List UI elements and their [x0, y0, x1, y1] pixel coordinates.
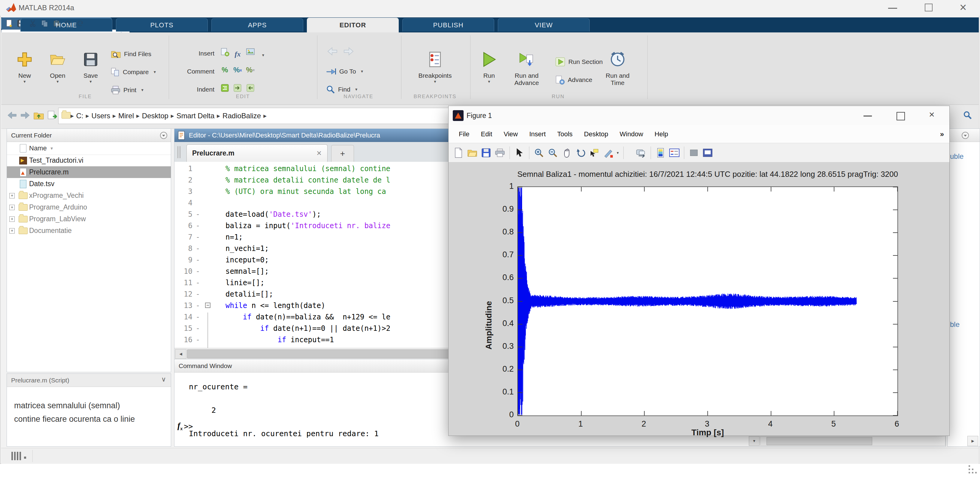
panel-menu-icon[interactable] — [961, 131, 969, 140]
ribbon-tab[interactable]: PLOTS — [116, 18, 208, 32]
scroll-down-icon[interactable]: ▼ — [749, 436, 760, 446]
up-folder-icon[interactable] — [33, 110, 45, 121]
ribbon-tab[interactable]: VIEW — [498, 18, 590, 32]
figure-minimize-button[interactable] — [864, 116, 872, 116]
file-row[interactable]: + Prelucrare.m — [7, 166, 171, 178]
close-tab-icon[interactable]: ✕ — [317, 149, 322, 157]
print-figure-icon[interactable] — [493, 146, 507, 160]
new-figure-icon[interactable] — [452, 146, 465, 160]
go-back-icon[interactable] — [326, 46, 339, 56]
forward-icon[interactable] — [19, 110, 30, 121]
file-row[interactable]: + Program_LabView — [7, 213, 171, 225]
file-row[interactable]: + xPrograme_Vechi — [7, 190, 171, 202]
command-window-hscrollbar[interactable] — [760, 436, 945, 446]
script-details-header[interactable]: Prelucrare.m (Script) ∨ — [7, 374, 171, 387]
insert-section-icon[interactable] — [220, 47, 230, 57]
expander[interactable]: + — [7, 228, 17, 234]
run-and-advance-button[interactable]: Run and Advance — [509, 47, 545, 86]
figure-plot-area[interactable]: Semnal Baliza1 - momentul achizitiei: 16… — [449, 162, 950, 436]
compare-button[interactable]: Compare ▼ — [111, 66, 156, 78]
comment-icon[interactable]: % — [220, 65, 230, 75]
pan-icon[interactable] — [560, 146, 573, 160]
browse-folder-icon[interactable] — [46, 110, 58, 121]
uncomment-icon[interactable]: %x — [232, 65, 243, 75]
run-section-button[interactable]: Run Section — [555, 56, 603, 68]
file-row[interactable]: + Test_Traductori.vi — [7, 154, 171, 166]
zoom-out-icon[interactable] — [546, 146, 560, 160]
insert-colorbar-icon[interactable] — [654, 146, 667, 160]
ribbon-tab[interactable]: EDITOR — [307, 18, 399, 32]
cut-icon[interactable] — [28, 19, 37, 28]
hide-plot-tools-icon[interactable] — [687, 146, 701, 160]
file-row[interactable]: + Programe_Arduino — [7, 202, 171, 213]
figure-menu-item[interactable]: Insert — [529, 130, 546, 138]
find-files-button[interactable]: Find Files — [111, 48, 151, 60]
indent-right-icon[interactable] — [232, 83, 243, 93]
busy-indicator-icon[interactable] — [11, 452, 22, 460]
breadcrumb-segment[interactable]: ▶Smart Delta — [171, 112, 217, 120]
breadcrumb-segment[interactable]: ▶Desktop — [136, 112, 171, 120]
insert-legend-icon[interactable] — [667, 146, 681, 160]
expander[interactable]: + — [7, 216, 17, 222]
redo-icon[interactable] — [76, 19, 85, 28]
smart-indent-icon[interactable] — [220, 83, 230, 93]
back-icon[interactable] — [6, 110, 18, 121]
collapse-chevron-icon[interactable]: ∨ — [161, 375, 166, 383]
figure-menu-item[interactable]: Help — [654, 130, 668, 138]
show-plot-tools-icon[interactable] — [701, 146, 714, 160]
open-button[interactable]: Open▼ — [43, 47, 72, 84]
new-script-icon[interactable] — [5, 19, 14, 28]
panel-menu-icon[interactable] — [159, 131, 168, 140]
editor-tab-prelucrare[interactable]: Prelucrare.m ✕ — [186, 145, 328, 162]
name-column-header[interactable]: Name ▼ — [7, 142, 171, 155]
plot-axes[interactable] — [517, 186, 898, 416]
ribbon-tab[interactable]: APPS — [212, 18, 303, 32]
workspace-search-icon[interactable] — [962, 110, 974, 121]
scrollbar-thumb[interactable] — [767, 437, 872, 445]
figure-title-bar[interactable]: Figure 1 × — [449, 106, 950, 125]
run-button[interactable]: Run▼ — [476, 47, 502, 84]
figure-menu-item[interactable]: File — [459, 130, 469, 138]
expander[interactable]: + — [7, 205, 17, 210]
restore-button[interactable] — [925, 3, 932, 11]
figure-menu-item[interactable]: View — [504, 130, 518, 138]
command-prompt[interactable]: fx >> — [177, 421, 193, 432]
new-button[interactable]: New▼ — [10, 47, 39, 84]
breadcrumb-segment[interactable]: ▶RadioBalize — [217, 112, 263, 120]
link-plot-icon[interactable] — [634, 146, 648, 160]
figure-window[interactable]: Figure 1 × FileEditViewInsertToolsDeskto… — [448, 106, 950, 436]
rotate-3d-icon[interactable] — [573, 146, 587, 160]
insert-image-icon[interactable] — [245, 47, 256, 57]
run-and-time-button[interactable]: Run and Time — [601, 47, 634, 86]
brush-dropdown-icon[interactable]: ▼ — [616, 151, 619, 154]
save-figure-icon[interactable] — [479, 146, 493, 160]
copy-icon[interactable] — [40, 19, 49, 28]
zoom-in-icon[interactable] — [532, 146, 546, 160]
dropdown-arrow-icon[interactable]: ▼ — [258, 50, 268, 60]
data-cursor-icon[interactable] — [587, 146, 601, 160]
file-row[interactable]: + Documentatie — [7, 225, 171, 237]
close-button[interactable]: × — [959, 1, 966, 14]
figure-close-button[interactable]: × — [929, 109, 935, 120]
brush-icon[interactable] — [601, 146, 615, 160]
go-forward-icon[interactable] — [342, 46, 355, 56]
figure-menu-item[interactable]: Desktop — [584, 130, 608, 138]
advance-button[interactable]: Advance — [555, 74, 592, 86]
minimize-button[interactable] — [888, 8, 897, 9]
breakpoints-button[interactable]: Breakpoints▼ — [414, 47, 456, 84]
goto-button[interactable]: Go To ▼ — [326, 65, 364, 78]
undo-icon[interactable] — [64, 19, 73, 28]
breadcrumb-segment[interactable]: ▶Users — [86, 112, 113, 120]
wrap-comments-icon[interactable]: %≡ — [245, 65, 256, 75]
breadcrumb-segment[interactable]: ▶Mirel — [113, 112, 136, 120]
scroll-right-icon[interactable]: ▶ — [967, 436, 978, 446]
insert-function-icon[interactable]: fx — [232, 49, 243, 59]
figure-menu-item[interactable]: Tools — [557, 130, 573, 138]
new-tab-button[interactable]: + — [331, 145, 354, 162]
save-button[interactable]: Save▼ — [76, 47, 105, 84]
breadcrumb-segment[interactable]: ▶C: — [70, 112, 86, 120]
file-row[interactable]: + Date.tsv — [7, 178, 171, 190]
expander[interactable]: + — [7, 193, 17, 199]
edit-plot-cursor-icon[interactable] — [512, 146, 526, 160]
ribbon-tab[interactable]: PUBLISH — [402, 18, 494, 32]
